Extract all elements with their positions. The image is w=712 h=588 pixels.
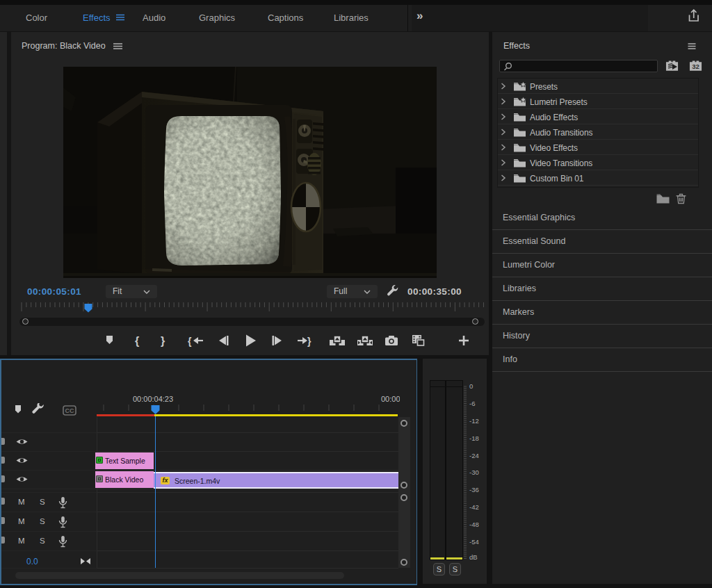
svg-text:{: { [188, 336, 192, 347]
svg-text:}: } [307, 336, 312, 347]
svg-text:}: } [161, 335, 165, 347]
svg-text:32: 32 [692, 63, 699, 70]
svg-text:{: { [135, 335, 139, 347]
